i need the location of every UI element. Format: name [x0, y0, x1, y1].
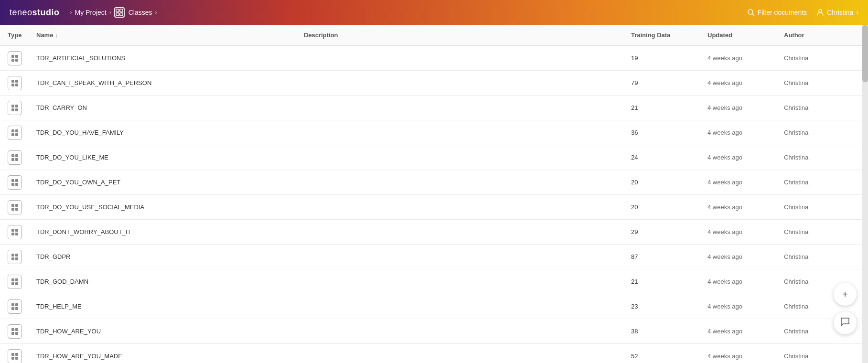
row-name: TDR_DONT_WORRY_ABOUT_IT	[36, 228, 304, 235]
row-name: TDR_CARRY_ON	[36, 104, 304, 111]
row-updated: 4 weeks ago	[707, 203, 784, 211]
sort-arrow-name: ↓	[55, 32, 58, 38]
filter-documents-label: Filter documents	[758, 9, 807, 16]
breadcrumb-sep-3: ›	[155, 9, 157, 16]
table-row[interactable]: TDR_GDPR 87 4 weeks ago Christina	[0, 245, 868, 269]
table-row[interactable]: TDR_HELP_ME 23 4 weeks ago Christina	[0, 294, 868, 319]
row-updated: 4 weeks ago	[707, 228, 784, 235]
classes-table: Type Name ↓ Description Training Data Up…	[0, 25, 868, 363]
svg-rect-0	[116, 9, 119, 12]
row-name: TDR_HOW_ARE_YOU	[36, 328, 304, 335]
header-right: Filter documents Christina ›	[747, 9, 858, 16]
breadcrumb-sep-2: ›	[109, 9, 111, 16]
svg-rect-1	[120, 9, 123, 12]
row-training-data: 23	[631, 303, 707, 310]
table-row[interactable]: TDR_ARTIFICIAL_SOLUTIONS 19 4 weeks ago …	[0, 46, 868, 71]
col-header-name[interactable]: Name ↓	[36, 32, 304, 39]
row-name: TDR_GDPR	[36, 253, 304, 260]
row-training-data: 36	[631, 129, 707, 136]
row-name: TDR_HELP_ME	[36, 303, 304, 310]
row-type-icon	[8, 76, 36, 90]
classes-icon	[114, 7, 125, 18]
logo-studio: studio	[32, 8, 60, 18]
row-author: Christina	[784, 154, 860, 161]
row-training-data: 87	[631, 253, 707, 260]
row-training-data: 52	[631, 352, 707, 360]
user-menu[interactable]: Christina ›	[816, 9, 858, 16]
chat-button[interactable]	[834, 311, 857, 334]
table-row[interactable]: TDR_DO_YOU_HAVE_FAMILY 36 4 weeks ago Ch…	[0, 120, 868, 145]
row-author: Christina	[784, 104, 860, 111]
table-row[interactable]: TDR_HOW_ARE_YOU 38 4 weeks ago Christina	[0, 319, 868, 344]
my-project-label: My Project	[75, 9, 107, 16]
svg-rect-3	[120, 13, 123, 16]
table-row[interactable]: TDR_CAN_I_SPEAK_WITH_A_PERSON 79 4 weeks…	[0, 71, 868, 96]
row-training-data: 19	[631, 54, 707, 62]
row-name: TDR_CAN_I_SPEAK_WITH_A_PERSON	[36, 79, 304, 86]
row-updated: 4 weeks ago	[707, 104, 784, 111]
logo-teneo: teneo	[10, 8, 32, 18]
logo: teneostudio	[10, 8, 60, 18]
row-updated: 4 weeks ago	[707, 179, 784, 186]
row-type-icon	[8, 126, 36, 140]
col-header-author: Author	[784, 32, 860, 39]
table-body: TDR_ARTIFICIAL_SOLUTIONS 19 4 weeks ago …	[0, 46, 868, 363]
row-type-icon	[8, 150, 36, 165]
row-training-data: 79	[631, 79, 707, 86]
table-row[interactable]: TDR_DO_YOU_USE_SOCIAL_MEDIA 20 4 weeks a…	[0, 195, 868, 220]
user-icon	[816, 9, 824, 16]
row-name: TDR_ARTIFICIAL_SOLUTIONS	[36, 54, 304, 62]
row-type-icon	[8, 324, 36, 339]
row-author: Christina	[784, 228, 860, 235]
row-updated: 4 weeks ago	[707, 154, 784, 161]
table-row[interactable]: TDR_HOW_ARE_YOU_MADE 52 4 weeks ago Chri…	[0, 344, 868, 363]
row-updated: 4 weeks ago	[707, 79, 784, 86]
row-name: TDR_HOW_ARE_YOU_MADE	[36, 352, 304, 360]
table-row[interactable]: TDR_DONT_WORRY_ABOUT_IT 29 4 weeks ago C…	[0, 220, 868, 245]
row-training-data: 20	[631, 179, 707, 186]
row-training-data: 20	[631, 203, 707, 211]
scrollbar-track[interactable]	[862, 25, 868, 363]
fab-container: +	[834, 283, 857, 334]
table-row[interactable]: TDR_DO_YOU_LIKE_ME 24 4 weeks ago Christ…	[0, 145, 868, 170]
row-name: TDR_GOD_DAMN	[36, 278, 304, 285]
col-header-description: Description	[304, 32, 631, 39]
row-training-data: 29	[631, 228, 707, 235]
table-row[interactable]: TDR_GOD_DAMN 21 4 weeks ago Christina	[0, 269, 868, 294]
breadcrumb-classes[interactable]: Classes	[114, 7, 152, 18]
svg-point-6	[819, 10, 822, 12]
filter-documents-button[interactable]: Filter documents	[747, 9, 807, 16]
row-author: Christina	[784, 203, 860, 211]
row-name: TDR_DO_YOU_OWN_A_PET	[36, 179, 304, 186]
add-button[interactable]: +	[834, 283, 857, 306]
row-author: Christina	[784, 54, 860, 62]
row-type-icon	[8, 200, 36, 214]
row-updated: 4 weeks ago	[707, 54, 784, 62]
row-type-icon	[8, 275, 36, 289]
row-type-icon	[8, 225, 36, 239]
col-header-type: Type	[8, 32, 36, 39]
breadcrumb-my-project[interactable]: My Project	[75, 9, 107, 16]
row-type-icon	[8, 175, 36, 190]
add-icon: +	[842, 289, 848, 300]
row-training-data: 24	[631, 154, 707, 161]
table-row[interactable]: TDR_DO_YOU_OWN_A_PET 20 4 weeks ago Chri…	[0, 170, 868, 195]
row-type-icon	[8, 299, 36, 314]
row-training-data: 38	[631, 328, 707, 335]
row-updated: 4 weeks ago	[707, 253, 784, 260]
row-type-icon	[8, 349, 36, 363]
row-author: Christina	[784, 179, 860, 186]
scrollbar-thumb[interactable]	[862, 25, 868, 82]
table-row[interactable]: TDR_CARRY_ON 21 4 weeks ago Christina	[0, 96, 868, 120]
row-author: Christina	[784, 352, 860, 360]
row-updated: 4 weeks ago	[707, 278, 784, 285]
row-name: TDR_DO_YOU_HAVE_FAMILY	[36, 129, 304, 136]
row-updated: 4 weeks ago	[707, 303, 784, 310]
user-label: Christina	[827, 9, 853, 16]
row-updated: 4 weeks ago	[707, 129, 784, 136]
svg-rect-2	[116, 13, 119, 16]
row-training-data: 21	[631, 104, 707, 111]
row-type-icon	[8, 250, 36, 264]
row-training-data: 21	[631, 278, 707, 285]
row-name: TDR_DO_YOU_USE_SOCIAL_MEDIA	[36, 203, 304, 211]
